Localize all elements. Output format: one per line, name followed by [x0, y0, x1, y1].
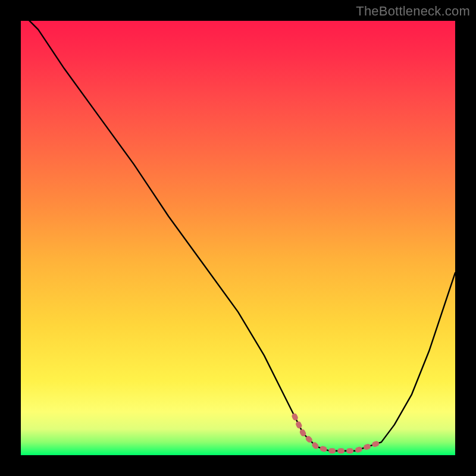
- bottleneck-curve: [21, 21, 455, 451]
- trough-marker: [295, 416, 381, 450]
- plot-area: [21, 21, 455, 455]
- curve-layer: [21, 21, 455, 455]
- attribution-text: TheBottleneck.com: [356, 4, 470, 19]
- chart-frame: TheBottleneck.com: [0, 0, 476, 476]
